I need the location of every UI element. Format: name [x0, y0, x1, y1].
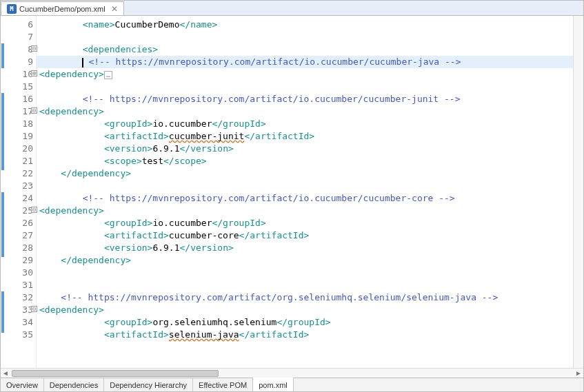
line-number: 15 — [6, 81, 36, 93]
code-line[interactable]: <!-- https://mvnrepository.com/artifact/… — [37, 93, 573, 105]
fold-collapse-icon[interactable]: ⊟ — [31, 107, 37, 114]
line-number: 23 — [6, 180, 36, 192]
pom-tab-dependencies[interactable]: Dependencies — [44, 378, 104, 391]
code-line[interactable]: <dependency> — [37, 105, 573, 118]
code-line[interactable]: <name>CucumberDemo</name> — [37, 19, 573, 31]
change-ruler — [1, 16, 6, 368]
scroll-right-icon[interactable]: ► — [574, 369, 583, 377]
fold-collapse-icon[interactable]: ⊟ — [31, 207, 37, 213]
code-line[interactable]: <!-- https://mvnrepository.com/artifact/… — [37, 192, 573, 205]
line-number: 18 — [6, 118, 36, 130]
line-number: 25⊟ — [6, 205, 36, 217]
code-line[interactable]: <dependencies> — [37, 43, 573, 56]
line-number: 31 — [6, 279, 36, 291]
editor-tab-bar: M CucumberDemo/pom.xml ✕ — [1, 1, 583, 16]
line-number: 16 — [6, 93, 36, 105]
change-marker — [1, 192, 4, 257]
pom-tab-dependency-hierarchy[interactable]: Dependency Hierarchy — [104, 378, 193, 391]
code-line[interactable]: <groupId>org.seleniumhq.selenium</groupI… — [37, 316, 573, 329]
editor-tab-title: CucumberDemo/pom.xml — [19, 5, 105, 13]
line-number-gutter[interactable]: 678⊟910⊞151617⊟1819202122232425⊟26272829… — [6, 16, 37, 368]
code-line[interactable]: <groupId>io.cucumber</groupId> — [37, 217, 573, 229]
code-line[interactable]: <dependency>… — [37, 68, 573, 81]
line-number: 19 — [6, 130, 36, 143]
scrollbar-thumb[interactable] — [12, 370, 219, 377]
line-number: 28 — [6, 242, 36, 254]
line-number: 35 — [6, 329, 36, 341]
line-number: 34 — [6, 316, 36, 329]
code-line[interactable] — [37, 81, 573, 93]
line-number: 30 — [6, 267, 36, 279]
line-number: 32 — [6, 291, 36, 304]
change-marker — [1, 93, 4, 170]
code-line[interactable]: <artifactId>cucumber-junit</artifactId> — [37, 130, 573, 143]
code-line[interactable]: <artifactId>selenium-java</artifactId> — [37, 329, 573, 341]
line-number: 29 — [6, 254, 36, 267]
code-line[interactable]: </dependency> — [37, 167, 573, 180]
code-line[interactable] — [37, 180, 573, 192]
line-number: 17⊟ — [6, 105, 36, 118]
code-line[interactable]: </dependency> — [37, 254, 573, 267]
fold-collapse-icon[interactable]: ⊟ — [31, 45, 37, 52]
code-editor[interactable]: <name>CucumberDemo</name> <dependencies>… — [37, 16, 573, 368]
pom-tab-effective-pom[interactable]: Effective POM — [193, 378, 253, 391]
line-number: 21 — [6, 155, 36, 167]
code-line[interactable] — [37, 267, 573, 279]
code-line[interactable]: <dependency> — [37, 205, 573, 217]
change-marker — [1, 43, 4, 68]
code-line[interactable]: <artifactId>cucumber-core</artifactId> — [37, 229, 573, 242]
code-line[interactable]: <!-- https://mvnrepository.com/artifact/… — [37, 56, 573, 68]
code-line[interactable]: <!-- https://mvnrepository.com/artifact/… — [37, 291, 573, 304]
line-number: 22 — [6, 167, 36, 180]
maven-file-icon: M — [7, 4, 17, 14]
line-number: 33⊟ — [6, 304, 36, 316]
line-number: 8⊟ — [6, 43, 36, 56]
horizontal-scrollbar[interactable]: ◄ ► — [1, 368, 583, 378]
code-line[interactable] — [37, 31, 573, 43]
line-number: 9 — [6, 56, 36, 68]
line-number: 10⊞ — [6, 68, 36, 81]
folded-region-icon[interactable]: … — [104, 71, 112, 79]
line-number: 27 — [6, 229, 36, 242]
code-line[interactable] — [37, 279, 573, 291]
change-marker — [1, 291, 4, 333]
scroll-left-icon[interactable]: ◄ — [1, 369, 10, 377]
pom-editor-tabs: OverviewDependenciesDependency Hierarchy… — [1, 378, 583, 391]
code-line[interactable]: <version>6.9.1</version> — [37, 242, 573, 254]
pom-tab-overview[interactable]: Overview — [1, 378, 44, 391]
pom-tab-pom-xml[interactable]: pom.xml — [253, 378, 294, 391]
line-number: 20 — [6, 143, 36, 155]
code-line[interactable]: <groupId>io.cucumber</groupId> — [37, 118, 573, 130]
line-number: 7 — [6, 31, 36, 43]
close-icon[interactable]: ✕ — [111, 4, 118, 14]
fold-expand-icon[interactable]: ⊞ — [31, 70, 37, 76]
editor-tab[interactable]: M CucumberDemo/pom.xml ✕ — [1, 1, 124, 15]
fold-collapse-icon[interactable]: ⊟ — [31, 306, 37, 312]
line-number: 6 — [6, 19, 36, 31]
code-line[interactable]: <dependency> — [37, 304, 573, 316]
code-line[interactable]: <scope>test</scope> — [37, 155, 573, 167]
code-line[interactable]: <version>6.9.1</version> — [37, 143, 573, 155]
line-number: 26 — [6, 217, 36, 229]
editor-area: 678⊟910⊞151617⊟1819202122232425⊟26272829… — [1, 16, 583, 368]
vertical-scrollbar[interactable] — [573, 16, 583, 368]
line-number: 24 — [6, 192, 36, 205]
